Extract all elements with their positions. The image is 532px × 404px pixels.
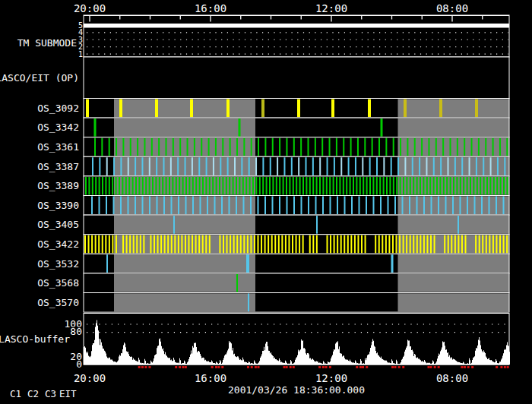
event-tick — [212, 177, 214, 195]
event-tick — [221, 197, 223, 215]
event-tick — [407, 138, 408, 156]
event-tick — [426, 235, 428, 254]
event-tick — [138, 177, 140, 195]
event-tick — [132, 177, 134, 195]
event-tick — [125, 177, 127, 195]
event-tick — [330, 235, 331, 254]
event-tick — [438, 197, 439, 215]
scheduled-block — [398, 216, 510, 234]
top-time-axis: 20:0016:0012:0008:00 — [74, 2, 509, 22]
event-tick — [426, 157, 427, 175]
c1-event-mark — [356, 366, 358, 368]
event-tick — [173, 216, 175, 234]
scheduled-block — [398, 157, 510, 175]
event-tick — [348, 157, 350, 175]
legend-item-c3: C3 — [45, 388, 56, 399]
event-tick — [383, 157, 385, 175]
event-tick — [478, 138, 480, 156]
event-tick — [177, 157, 179, 175]
event-tick — [333, 177, 334, 195]
event-tick — [388, 197, 389, 215]
event-tick — [176, 177, 177, 195]
event-tick — [353, 177, 354, 195]
event-tick — [236, 235, 238, 254]
event-tick — [171, 235, 173, 254]
event-tick — [185, 235, 186, 254]
event-tick — [106, 254, 108, 273]
event-tick — [309, 235, 311, 254]
event-tick — [376, 177, 378, 195]
event-tick — [439, 99, 442, 118]
event-tick — [268, 235, 269, 254]
event-tick — [412, 157, 413, 175]
c1-event-mark — [359, 366, 362, 368]
event-tick — [489, 235, 490, 254]
event-tick — [306, 177, 307, 195]
event-tick — [327, 235, 328, 254]
event-tick — [120, 157, 122, 175]
event-tick — [451, 235, 452, 254]
event-tick — [272, 197, 274, 215]
c1-event-mark — [144, 366, 147, 368]
event-tick — [84, 235, 86, 254]
event-tick — [403, 177, 404, 195]
event-tick — [226, 235, 228, 254]
event-tick — [361, 235, 363, 254]
event-tick — [382, 235, 383, 254]
event-tick — [431, 197, 432, 215]
c1-event-mark — [283, 366, 285, 368]
event-tick — [375, 235, 376, 254]
c1-event-mark — [500, 366, 502, 368]
event-tick — [172, 177, 173, 195]
event-tick — [236, 138, 238, 156]
event-tick — [119, 99, 122, 118]
event-tick — [321, 138, 323, 156]
event-tick — [392, 235, 394, 254]
bottom-time-label: 20:00 — [74, 372, 106, 384]
event-tick — [149, 197, 150, 215]
event-tick — [219, 235, 220, 254]
event-tick — [202, 235, 204, 254]
event-tick — [368, 99, 371, 118]
event-tick — [480, 177, 481, 195]
event-tick — [471, 138, 473, 156]
event-tick — [322, 197, 324, 215]
event-tick — [363, 177, 364, 195]
event-tick — [336, 138, 337, 156]
event-tick — [486, 235, 487, 254]
event-tick — [140, 235, 141, 254]
event-tick — [506, 138, 508, 156]
event-tick — [264, 197, 266, 215]
event-tick — [334, 157, 335, 175]
event-tick — [461, 235, 463, 254]
event-tick — [490, 157, 492, 175]
event-tick — [409, 197, 410, 215]
event-tick — [126, 235, 128, 254]
event-tick — [149, 177, 150, 195]
event-tick — [503, 235, 505, 254]
event-tick — [243, 235, 245, 254]
event-tick — [122, 235, 124, 254]
event-tick — [483, 177, 485, 195]
event-tick — [346, 177, 347, 195]
event-tick — [474, 197, 476, 215]
event-tick — [162, 177, 163, 195]
event-tick — [493, 177, 495, 195]
event-tick — [315, 197, 317, 215]
event-tick — [166, 177, 167, 195]
c1-event-mark — [182, 366, 184, 368]
event-tick — [343, 138, 344, 156]
event-tick — [248, 294, 249, 312]
event-tick — [440, 157, 442, 175]
event-tick — [230, 138, 231, 156]
os-row-os_3568: OS_3568 — [37, 273, 509, 293]
c1-event-mark — [247, 366, 249, 368]
c1-event-mark — [179, 366, 181, 368]
event-tick — [426, 177, 428, 195]
event-tick — [106, 157, 108, 175]
event-tick — [359, 177, 361, 195]
event-tick — [94, 138, 96, 156]
event-tick — [482, 235, 483, 254]
event-tick — [460, 177, 461, 195]
event-tick — [159, 177, 160, 195]
